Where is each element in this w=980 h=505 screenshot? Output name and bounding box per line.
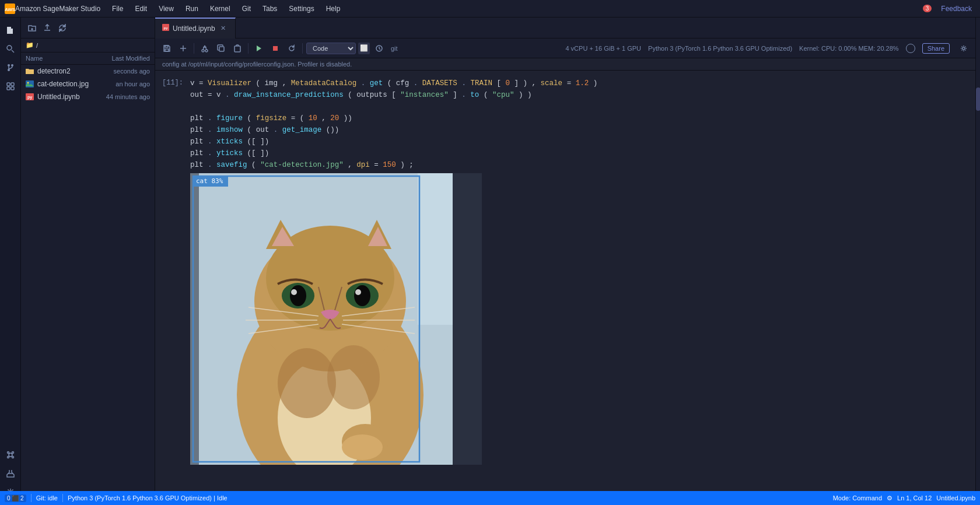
menu-bar: File Edit View Run Kernel Git Tabs Setti…: [107, 3, 345, 14]
feedback-button[interactable]: Feedback: [937, 3, 975, 14]
kernel-status-icon: ⬜: [358, 43, 370, 54]
kernel-name: Python 3 (PyTorch 1.6 Python 3.6 GPU Opt…: [648, 45, 792, 52]
svg-text:cat 83%: cat 83%: [196, 177, 223, 185]
notification-badge[interactable]: 3: [923, 5, 932, 12]
svg-text:py: py: [163, 26, 168, 30]
save-button[interactable]: [160, 41, 174, 55]
tab-untitled-ipynb[interactable]: py Untitled.ipynb ✕: [155, 17, 236, 38]
svg-point-14: [12, 452, 13, 454]
menu-git[interactable]: Git: [237, 3, 256, 14]
svg-rect-11: [11, 87, 14, 90]
cell-11: [11]: v = Visualizer ( img , MetadataCat…: [155, 75, 975, 469]
status-right: Mode: Command ⚙ Ln 1, Col 12 Untitled.ip…: [833, 495, 975, 502]
file-item-detectron2[interactable]: detectron2 seconds ago: [21, 65, 155, 78]
profiler-text: config at /opt/ml/input/config/profilerc…: [162, 61, 352, 68]
cell-type-select[interactable]: Code Markdown Raw: [306, 43, 356, 54]
cell-code[interactable]: v = Visualizer ( img , MetadataCatalog .…: [190, 78, 975, 467]
stop-button[interactable]: [268, 41, 282, 55]
status-mode: Mode: Command: [833, 495, 882, 502]
svg-line-44: [379, 48, 380, 50]
right-scrollbar[interactable]: [975, 17, 980, 505]
svg-point-16: [12, 457, 13, 458]
file-name: cat-detection.jpg: [37, 80, 112, 88]
paste-button[interactable]: [230, 41, 244, 55]
menu-tabs[interactable]: Tabs: [258, 3, 282, 14]
activity-files[interactable]: [2, 22, 19, 38]
status-git: Git: idle: [36, 495, 58, 502]
path-bar: 📁 /: [21, 38, 155, 52]
svg-point-61: [291, 289, 297, 295]
menu-settings[interactable]: Settings: [284, 3, 318, 14]
code-line-1: v = Visualizer ( img , MetadataCatalog .…: [190, 78, 966, 89]
activity-git[interactable]: [2, 59, 19, 76]
tab-bar: py Untitled.ipynb ✕: [155, 17, 975, 38]
sidebar: 📁 / Name Last Modified detectron2 second…: [21, 17, 155, 505]
status-divider-2: [62, 494, 63, 502]
settings-gear-icon[interactable]: [957, 41, 971, 55]
activity-extensions[interactable]: [2, 78, 19, 94]
menu-edit[interactable]: Edit: [130, 3, 152, 14]
status-filename: Untitled.ipynb: [936, 495, 975, 502]
notebook-toolbar: Code Markdown Raw ⬜ git 4 vCPU + 16 GiB …: [155, 38, 975, 58]
cut-button[interactable]: [198, 41, 212, 55]
svg-rect-10: [7, 87, 10, 90]
svg-rect-29: [165, 49, 169, 51]
svg-point-60: [354, 285, 370, 306]
svg-point-72: [342, 434, 383, 460]
toolbar-divider-2: [248, 43, 249, 54]
file-name: detectron2: [37, 67, 110, 75]
activity-ml[interactable]: [2, 447, 19, 463]
menu-run[interactable]: Run: [181, 3, 203, 14]
svg-line-3: [12, 50, 14, 52]
upload-button[interactable]: [41, 22, 54, 34]
git-status: git: [388, 45, 400, 52]
activity-search[interactable]: [2, 41, 19, 57]
status-settings-icon: ⚙: [887, 495, 892, 502]
share-button[interactable]: Share: [922, 43, 950, 54]
restart-button[interactable]: [285, 41, 299, 55]
toolbar-divider-3: [302, 43, 303, 54]
menu-file[interactable]: File: [107, 3, 128, 14]
file-name: Untitled.ipynb: [37, 93, 103, 101]
app-title: Amazon SageMaker Studio: [15, 5, 100, 13]
detection-image-container: cat 83%: [190, 173, 482, 467]
new-folder-button[interactable]: [26, 22, 38, 34]
modified-column-header: Last Modified: [112, 55, 150, 62]
activity-tools[interactable]: [2, 465, 19, 482]
svg-point-15: [7, 457, 9, 458]
menu-view[interactable]: View: [154, 3, 178, 14]
toolbar-divider: [194, 43, 194, 54]
file-date: an hour ago: [116, 80, 150, 87]
time-icon: [372, 41, 386, 55]
menu-kernel[interactable]: Kernel: [205, 3, 235, 14]
copy-button[interactable]: [214, 41, 228, 55]
add-cell-button[interactable]: [176, 41, 190, 55]
menu-help[interactable]: Help: [321, 3, 345, 14]
svg-rect-9: [11, 83, 14, 86]
status-bar: 0 ⬛ 2 Git: idle Python 3 (PyTorch 1.6 Py…: [0, 491, 980, 505]
svg-point-6: [11, 64, 13, 66]
file-item-untitled-ipynb[interactable]: py Untitled.ipynb 44 minutes ago: [21, 90, 155, 103]
kernel-info: 4 vCPU + 16 GiB + 1 GPU Python 3 (PyTorc…: [565, 41, 971, 55]
tab-title: Untitled.ipynb: [173, 24, 215, 33]
tab-notebook-icon: py: [162, 24, 169, 33]
file-list-header: Name Last Modified: [21, 52, 155, 65]
svg-point-4: [8, 64, 10, 66]
file-date: seconds ago: [114, 68, 150, 75]
tab-close-button[interactable]: ✕: [219, 24, 228, 33]
image-icon: [26, 80, 34, 88]
status-divider-1: [31, 494, 32, 502]
run-button[interactable]: [252, 41, 266, 55]
app-logo: AWS: [5, 3, 15, 14]
notebook-content[interactable]: [11]: v = Visualizer ( img , MetadataCat…: [155, 71, 975, 505]
current-path: /: [36, 42, 38, 49]
refresh-button[interactable]: [56, 22, 69, 34]
file-item-cat-detection[interactable]: cat-detection.jpg an hour ago: [21, 78, 155, 90]
svg-rect-41: [273, 46, 278, 51]
profiler-bar: config at /opt/ml/input/config/profilerc…: [155, 58, 975, 71]
svg-line-18: [11, 454, 12, 454]
code-line-7: plt . savefig ( "cat-detection.jpg" , dp…: [190, 159, 966, 171]
svg-point-62: [355, 289, 361, 295]
code-line-6: plt . yticks ([ ]): [190, 148, 966, 159]
activity-bar: [0, 17, 21, 505]
